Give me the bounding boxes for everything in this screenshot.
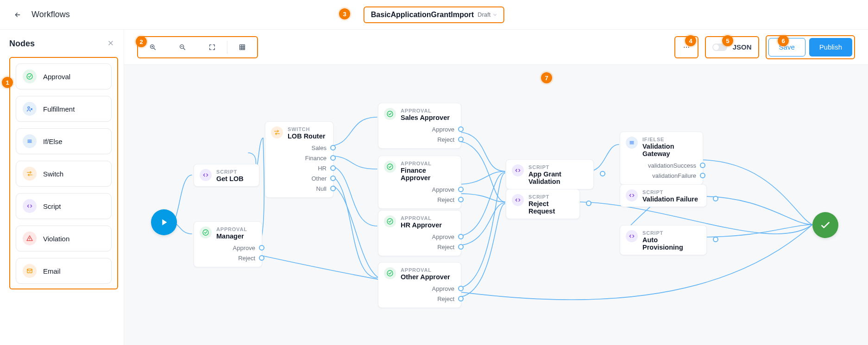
- output-port[interactable]: [458, 187, 464, 192]
- palette-item-ifelse[interactable]: If/Else: [16, 128, 112, 154]
- node-manager[interactable]: APPROVAL Manager Approve Reject: [194, 221, 262, 267]
- node-palette-sidebar: Nodes Approval Fulfillment: [0, 30, 124, 345]
- approval-icon: [384, 161, 396, 173]
- palette-item-email[interactable]: Email: [16, 258, 112, 284]
- back-button[interactable]: [11, 8, 24, 21]
- palette-item-violation[interactable]: Violation: [16, 226, 112, 251]
- output-port[interactable]: [330, 176, 336, 181]
- sidebar-title: Nodes: [9, 39, 35, 49]
- node-name: App Grant Validation: [528, 170, 587, 185]
- palette-item-switch[interactable]: Switch: [16, 161, 112, 187]
- node-name: Validation Gateway: [642, 143, 696, 157]
- node-auto-provisioning[interactable]: SCRIPTAuto Provisioning: [620, 225, 707, 255]
- approval-icon: [384, 215, 396, 227]
- svg-point-8: [688, 47, 689, 48]
- callout-3: 3: [339, 8, 350, 19]
- approval-icon: [384, 267, 396, 279]
- node-type: IF/ELSE: [642, 137, 696, 142]
- canvas-toolbar: JSON Save Publish: [124, 30, 868, 65]
- fit-to-screen-button[interactable]: [197, 37, 227, 57]
- output-port[interactable]: [458, 197, 464, 202]
- node-name: Auto Provisioning: [642, 236, 700, 251]
- zoom-controls: [137, 36, 258, 58]
- workflow-status: Draft: [478, 11, 498, 18]
- output-port[interactable]: [700, 173, 705, 178]
- svg-point-6: [684, 47, 685, 48]
- output-label: Reject: [238, 255, 255, 262]
- node-finance-approver[interactable]: APPROVALFinance Approver Approve Reject: [378, 156, 461, 209]
- ifelse-icon: [626, 137, 638, 149]
- output-port[interactable]: [458, 244, 464, 250]
- output-label: Reject: [437, 244, 454, 251]
- ifelse-icon: [23, 134, 37, 148]
- output-port[interactable]: [458, 234, 464, 239]
- palette-item-label: Approval: [43, 73, 70, 81]
- output-port[interactable]: [458, 296, 464, 301]
- node-type: SCRIPT: [528, 194, 573, 200]
- node-type: SWITCH: [288, 126, 325, 132]
- node-other-approver[interactable]: APPROVALOther Approver Approve Reject: [378, 262, 461, 308]
- palette-item-label: Fulfillment: [43, 105, 75, 113]
- output-label: Null: [316, 185, 327, 192]
- palette-item-label: Script: [43, 202, 61, 210]
- node-name: LOB Router: [288, 132, 325, 140]
- output-label: validationSuccess: [648, 162, 696, 169]
- svg-point-1: [28, 107, 30, 108]
- node-lob-router[interactable]: SWITCH LOB Router Sales Finance HR Other…: [265, 121, 333, 198]
- node-palette: Approval Fulfillment If/Else Switch: [9, 57, 118, 289]
- output-port[interactable]: [259, 245, 264, 251]
- workflow-title[interactable]: BasicApplicationGrantImport Draft: [364, 6, 504, 23]
- palette-item-script[interactable]: Script: [16, 193, 112, 219]
- output-port[interactable]: [458, 286, 464, 291]
- output-label: Finance: [305, 155, 327, 162]
- output-port[interactable]: [259, 255, 264, 261]
- palette-item-label: Violation: [43, 235, 69, 243]
- palette-item-fulfillment[interactable]: Fulfillment: [16, 96, 112, 122]
- node-name: HR Approver: [401, 221, 442, 229]
- node-validation-gateway[interactable]: IF/ELSEValidation Gateway validationSucc…: [620, 132, 703, 185]
- fulfillment-icon: [23, 102, 37, 116]
- top-bar: Workflows BasicApplicationGrantImport Dr…: [0, 0, 868, 30]
- script-icon: [626, 189, 638, 201]
- node-reject-request[interactable]: SCRIPTReject Request: [506, 189, 580, 219]
- svg-point-10: [387, 111, 393, 117]
- node-type: APPROVAL: [216, 226, 247, 232]
- output-port[interactable]: [458, 126, 464, 132]
- toggle-grid-button[interactable]: [227, 37, 257, 57]
- output-port[interactable]: [330, 186, 336, 191]
- output-port[interactable]: [330, 155, 336, 161]
- output-label: validationFailure: [652, 172, 696, 179]
- node-validation-failure[interactable]: SCRIPTValidation Failure: [620, 184, 707, 207]
- approval-icon: [23, 69, 37, 83]
- output-port[interactable]: [330, 145, 336, 151]
- callout-6: 6: [778, 35, 789, 46]
- node-app-grant-validation[interactable]: SCRIPTApp Grant Validation: [506, 159, 594, 189]
- node-name: Reject Request: [528, 200, 573, 215]
- script-icon: [512, 164, 524, 176]
- svg-point-7: [686, 47, 687, 48]
- workflow-canvas[interactable]: SCRIPT Get LOB SWITCH LOB Router: [124, 65, 868, 345]
- node-sales-approver[interactable]: APPROVALSales Approver Approve Reject: [378, 103, 461, 149]
- node-hr-approver[interactable]: APPROVALHR Approver Approve Reject: [378, 210, 461, 256]
- callout-1: 1: [2, 77, 13, 88]
- node-type: APPROVAL: [401, 161, 454, 166]
- start-node[interactable]: [151, 209, 177, 235]
- breadcrumb[interactable]: Workflows: [31, 10, 70, 19]
- output-port[interactable]: [458, 137, 464, 142]
- json-toggle-label: JSON: [733, 43, 752, 51]
- node-type: SCRIPT: [216, 169, 244, 175]
- publish-button[interactable]: Publish: [809, 38, 852, 56]
- palette-item-approval[interactable]: Approval: [16, 63, 112, 89]
- node-type: SCRIPT: [528, 164, 587, 170]
- email-icon: [23, 264, 37, 278]
- output-port[interactable]: [330, 165, 336, 171]
- close-palette-button[interactable]: [107, 39, 114, 49]
- palette-item-label: Email: [43, 267, 61, 275]
- node-get-lob[interactable]: SCRIPT Get LOB: [194, 164, 259, 187]
- output-label: Reject: [437, 196, 454, 203]
- svg-rect-5: [240, 44, 245, 50]
- output-port[interactable]: [700, 163, 705, 168]
- zoom-out-button[interactable]: [168, 37, 197, 57]
- end-node[interactable]: [812, 212, 838, 238]
- output-label: Approve: [432, 126, 454, 133]
